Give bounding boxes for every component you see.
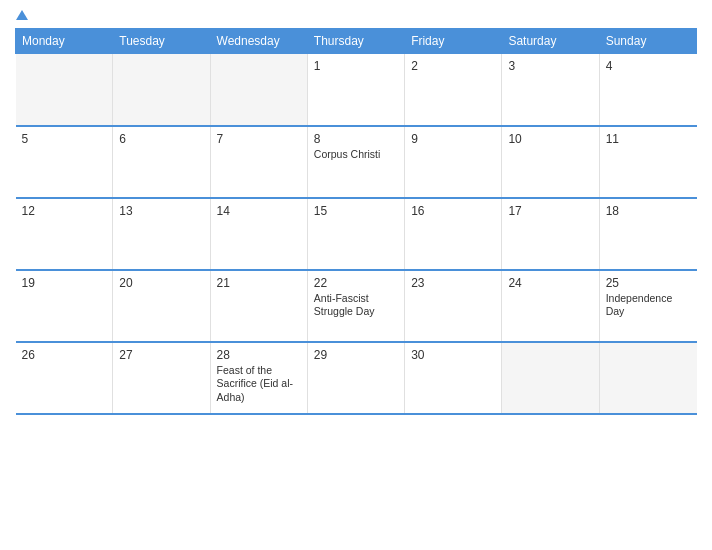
day-number: 7: [217, 132, 301, 146]
day-number: 17: [508, 204, 592, 218]
calendar-cell: 2: [405, 54, 502, 126]
day-number: 21: [217, 276, 301, 290]
day-number: 25: [606, 276, 691, 290]
calendar-cell: 26: [16, 342, 113, 414]
calendar-cell: 27: [113, 342, 210, 414]
weekday-thursday: Thursday: [307, 29, 404, 54]
calendar-cell: 16: [405, 198, 502, 270]
calendar-cell: [210, 54, 307, 126]
calendar-cell: 5: [16, 126, 113, 198]
day-number: 1: [314, 59, 398, 73]
day-number: 29: [314, 348, 398, 362]
calendar-cell: 25Independence Day: [599, 270, 696, 342]
calendar-body: 12345678Corpus Christi910111213141516171…: [16, 54, 697, 414]
day-number: 23: [411, 276, 495, 290]
day-number: 22: [314, 276, 398, 290]
logo: [15, 10, 29, 20]
calendar-cell: 9: [405, 126, 502, 198]
calendar-header: MondayTuesdayWednesdayThursdayFridaySatu…: [16, 29, 697, 54]
weekday-sunday: Sunday: [599, 29, 696, 54]
calendar-cell: 11: [599, 126, 696, 198]
day-number: 16: [411, 204, 495, 218]
page: MondayTuesdayWednesdayThursdayFridaySatu…: [0, 0, 712, 550]
calendar-table: MondayTuesdayWednesdayThursdayFridaySatu…: [15, 28, 697, 415]
calendar-cell: 24: [502, 270, 599, 342]
holiday-name: Independence Day: [606, 292, 691, 319]
calendar-week-2: 5678Corpus Christi91011: [16, 126, 697, 198]
calendar-cell: 8Corpus Christi: [307, 126, 404, 198]
day-number: 28: [217, 348, 301, 362]
calendar-cell: 4: [599, 54, 696, 126]
weekday-wednesday: Wednesday: [210, 29, 307, 54]
day-number: 5: [22, 132, 107, 146]
day-number: 12: [22, 204, 107, 218]
day-number: 27: [119, 348, 203, 362]
weekday-monday: Monday: [16, 29, 113, 54]
calendar-cell: 3: [502, 54, 599, 126]
calendar-cell: 12: [16, 198, 113, 270]
holiday-name: Feast of the Sacrifice (Eid al-Adha): [217, 364, 301, 405]
day-number: 8: [314, 132, 398, 146]
calendar-cell: 19: [16, 270, 113, 342]
calendar-cell: 20: [113, 270, 210, 342]
day-number: 19: [22, 276, 107, 290]
calendar-cell: 10: [502, 126, 599, 198]
calendar-cell: 1: [307, 54, 404, 126]
day-number: 6: [119, 132, 203, 146]
calendar-cell: 18: [599, 198, 696, 270]
calendar-cell: 6: [113, 126, 210, 198]
weekday-header-row: MondayTuesdayWednesdayThursdayFridaySatu…: [16, 29, 697, 54]
holiday-name: Anti-Fascist Struggle Day: [314, 292, 398, 319]
calendar-cell: [113, 54, 210, 126]
day-number: 13: [119, 204, 203, 218]
holiday-name: Corpus Christi: [314, 148, 398, 162]
day-number: 3: [508, 59, 592, 73]
calendar-cell: 13: [113, 198, 210, 270]
calendar-cell: 29: [307, 342, 404, 414]
calendar-cell: 15: [307, 198, 404, 270]
day-number: 24: [508, 276, 592, 290]
calendar-cell: 14: [210, 198, 307, 270]
calendar-cell: [502, 342, 599, 414]
day-number: 26: [22, 348, 107, 362]
calendar-cell: 28Feast of the Sacrifice (Eid al-Adha): [210, 342, 307, 414]
day-number: 14: [217, 204, 301, 218]
calendar-cell: [16, 54, 113, 126]
weekday-friday: Friday: [405, 29, 502, 54]
logo-triangle-icon: [16, 10, 28, 20]
calendar-cell: 30: [405, 342, 502, 414]
day-number: 4: [606, 59, 691, 73]
calendar-cell: 21: [210, 270, 307, 342]
day-number: 15: [314, 204, 398, 218]
day-number: 2: [411, 59, 495, 73]
calendar-week-4: 19202122Anti-Fascist Struggle Day232425I…: [16, 270, 697, 342]
calendar-cell: 22Anti-Fascist Struggle Day: [307, 270, 404, 342]
calendar-cell: 17: [502, 198, 599, 270]
day-number: 10: [508, 132, 592, 146]
day-number: 30: [411, 348, 495, 362]
weekday-saturday: Saturday: [502, 29, 599, 54]
calendar-cell: 23: [405, 270, 502, 342]
day-number: 18: [606, 204, 691, 218]
calendar-cell: [599, 342, 696, 414]
header: [15, 10, 697, 20]
calendar-week-5: 262728Feast of the Sacrifice (Eid al-Adh…: [16, 342, 697, 414]
day-number: 9: [411, 132, 495, 146]
calendar-week-1: 1234: [16, 54, 697, 126]
day-number: 11: [606, 132, 691, 146]
weekday-tuesday: Tuesday: [113, 29, 210, 54]
calendar-cell: 7: [210, 126, 307, 198]
calendar-week-3: 12131415161718: [16, 198, 697, 270]
day-number: 20: [119, 276, 203, 290]
